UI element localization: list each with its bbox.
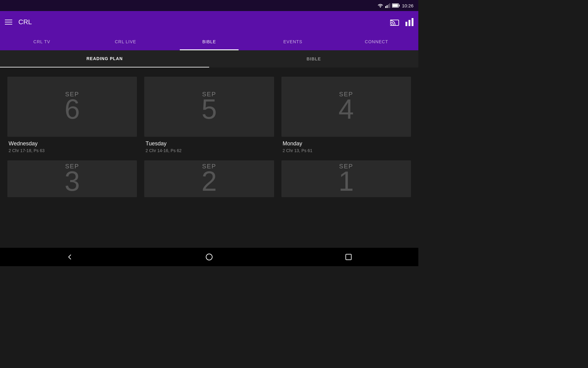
card-day-3: 3: [65, 167, 80, 195]
svg-rect-11: [412, 18, 413, 26]
app-bar-right: [390, 18, 413, 26]
reading-card-4[interactable]: SEP 2: [144, 160, 274, 197]
back-icon: [66, 253, 74, 261]
status-icons: 10:26: [377, 3, 413, 8]
sub-tabs: READING PLAN BIBLE: [0, 50, 418, 67]
card-image-5: SEP 1: [281, 160, 411, 197]
reading-plan-grid: SEP 6 Wednesday 2 Chr 17-18, Ps 63 SEP 5…: [0, 67, 418, 206]
recent-button[interactable]: [339, 248, 358, 266]
reading-card-0[interactable]: SEP 6 Wednesday 2 Chr 17-18, Ps 63: [7, 77, 137, 153]
app-bar-left: CRL: [5, 18, 32, 26]
svg-rect-7: [393, 4, 398, 7]
card-weekday-0: Wednesday: [9, 140, 136, 147]
reading-card-2[interactable]: SEP 4 Monday 2 Chr 13, Ps 61: [281, 77, 411, 153]
subtab-reading-plan[interactable]: READING PLAN: [0, 50, 209, 67]
svg-rect-4: [390, 3, 390, 8]
card-image-0: SEP 6: [7, 77, 137, 137]
card-image-3: SEP 3: [7, 160, 137, 197]
svg-rect-1: [385, 6, 386, 8]
tab-crl-live[interactable]: CRL LIVE: [84, 33, 167, 50]
tab-events[interactable]: EVENTS: [251, 33, 335, 50]
app-bar: CRL: [0, 11, 418, 33]
svg-rect-10: [409, 20, 410, 26]
home-icon: [205, 253, 213, 261]
cast-icon[interactable]: [390, 18, 399, 26]
wifi-icon: [377, 3, 383, 8]
svg-point-0: [380, 7, 381, 8]
card-info-1: Tuesday 2 Chr 14-16, Ps 62: [144, 137, 274, 153]
card-day-1: 5: [202, 95, 217, 123]
svg-rect-3: [388, 4, 389, 8]
card-info-2: Monday 2 Chr 13, Ps 61: [281, 137, 411, 153]
battery-icon: [392, 3, 400, 8]
card-day-4: 2: [202, 167, 217, 195]
tab-crl-tv[interactable]: CRL TV: [0, 33, 84, 50]
card-image-1: SEP 5: [144, 77, 274, 137]
svg-rect-2: [387, 5, 388, 8]
tab-bible[interactable]: BIBLE: [167, 33, 251, 50]
card-weekday-1: Tuesday: [145, 140, 273, 147]
signal-icon: [385, 3, 390, 8]
svg-rect-13: [346, 254, 351, 260]
svg-point-12: [206, 254, 212, 260]
back-button[interactable]: [61, 248, 79, 266]
card-reading-1: 2 Chr 14-16, Ps 62: [145, 148, 273, 153]
status-time: 10:26: [402, 3, 413, 8]
reading-card-3[interactable]: SEP 3: [7, 160, 137, 197]
card-image-4: SEP 2: [144, 160, 274, 197]
nav-tabs: CRL TV CRL LIVE BIBLE EVENTS CONNECT: [0, 33, 418, 50]
card-day-0: 6: [65, 95, 80, 123]
svg-rect-6: [399, 5, 400, 6]
card-day-2: 4: [338, 95, 354, 123]
card-reading-2: 2 Chr 13, Ps 61: [283, 148, 410, 153]
card-image-2: SEP 4: [281, 77, 411, 137]
reading-card-1[interactable]: SEP 5 Tuesday 2 Chr 14-16, Ps 62: [144, 77, 274, 153]
card-day-5: 1: [338, 167, 354, 195]
svg-rect-9: [405, 22, 407, 26]
app-title: CRL: [18, 18, 32, 26]
home-button[interactable]: [200, 248, 218, 266]
card-weekday-2: Monday: [283, 140, 410, 147]
card-info-0: Wednesday 2 Chr 17-18, Ps 63: [7, 137, 137, 153]
status-bar: 10:26: [0, 0, 418, 11]
recent-icon: [345, 254, 352, 260]
bottom-nav: [0, 248, 418, 266]
reading-card-5[interactable]: SEP 1: [281, 160, 411, 197]
tab-connect[interactable]: CONNECT: [335, 33, 418, 50]
subtab-bible[interactable]: BIBLE: [209, 50, 418, 67]
chart-icon[interactable]: [405, 18, 413, 26]
menu-button[interactable]: [5, 20, 12, 25]
card-reading-0: 2 Chr 17-18, Ps 63: [9, 148, 136, 153]
